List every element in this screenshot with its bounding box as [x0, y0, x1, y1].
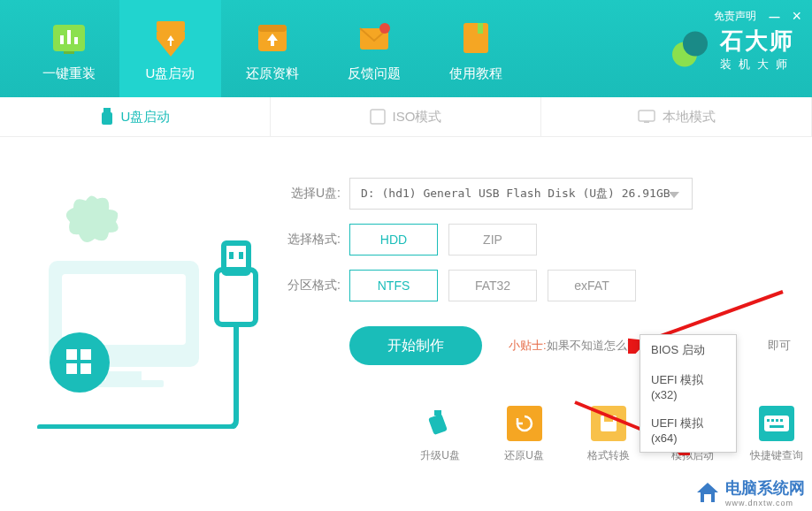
watermark-url: www.dnxtw.com — [725, 499, 805, 507]
nav-usb-boot[interactable]: U盘启动 — [119, 0, 221, 97]
svg-rect-16 — [371, 110, 385, 124]
minimize-button[interactable]: — — [769, 11, 779, 23]
format-convert-button[interactable]: 格式转换 — [579, 406, 637, 463]
svg-rect-18 — [644, 121, 649, 123]
subtab-local[interactable]: 本地模式 — [541, 97, 812, 136]
nav-label: 反馈问题 — [348, 65, 401, 82]
subtab-usb-boot[interactable]: U盘启动 — [0, 97, 271, 136]
fmt-zip-button[interactable]: ZIP — [448, 224, 537, 256]
svg-rect-25 — [80, 349, 91, 360]
popup-uefi-x64[interactable]: UEFI 模拟(x64) — [640, 408, 736, 452]
svg-rect-43 — [780, 419, 783, 422]
svg-rect-30 — [229, 252, 234, 259]
illustration — [31, 172, 261, 420]
brand-name: 石大师 — [720, 26, 794, 57]
bar-chart-icon — [48, 16, 90, 58]
nav-restore[interactable]: 还原资料 — [221, 0, 323, 97]
icon-label: 快捷键查询 — [750, 448, 803, 463]
brand-subtitle: 装机大师 — [720, 57, 794, 72]
part-exfat-button[interactable]: exFAT — [548, 270, 636, 301]
upgrade-usb-button[interactable]: 升级U盘 — [411, 406, 469, 463]
iso-icon — [370, 109, 386, 125]
svg-rect-14 — [103, 108, 111, 112]
subtabs: U盘启动 ISO模式 本地模式 — [0, 97, 812, 137]
brand: 石大师 装机大师 — [669, 26, 794, 72]
monitor-icon — [638, 110, 655, 124]
part-ntfs-button[interactable]: NTFS — [349, 270, 438, 301]
shield-icon — [149, 16, 192, 58]
svg-rect-15 — [102, 112, 112, 125]
svg-rect-3 — [74, 37, 78, 44]
form: 选择U盘: D: (hd1) General USB Flash Disk (U… — [274, 178, 812, 301]
restore-usb-button[interactable]: 还原U盘 — [495, 406, 553, 463]
svg-point-9 — [379, 23, 390, 34]
svg-rect-35 — [604, 416, 613, 422]
svg-rect-47 — [704, 494, 711, 502]
icon-label: 还原U盘 — [504, 448, 544, 463]
nav-reinstall[interactable]: 一键重装 — [18, 0, 119, 97]
svg-rect-17 — [639, 111, 655, 121]
keyboard-icon — [759, 406, 794, 441]
content: 选择U盘: D: (hd1) General USB Flash Disk (U… — [0, 137, 812, 365]
select-fmt-label: 选择格式: — [274, 232, 341, 248]
icon-label: 格式转换 — [587, 448, 630, 463]
header: 免责声明 — × 一键重装 U盘启动 还原资料 反馈问题 使用教程 — [0, 0, 812, 97]
part-fmt-label: 分区格式: — [274, 278, 341, 294]
brand-logo-icon — [669, 27, 711, 70]
boot-mode-popup: BIOS 启动 UEFI 模拟(x32) UEFI 模拟(x64) — [640, 334, 737, 453]
subtab-label: 本地模式 — [663, 109, 716, 126]
envelope-icon — [353, 16, 395, 58]
hint-text: 如果不知道怎么配置 — [547, 339, 650, 352]
nav-feedback[interactable]: 反馈问题 — [323, 0, 425, 97]
svg-rect-2 — [67, 30, 71, 44]
nav-label: 还原资料 — [246, 65, 299, 82]
book-icon — [455, 16, 497, 58]
svg-rect-10 — [463, 23, 488, 53]
svg-rect-39 — [764, 416, 789, 431]
usb-upgrade-icon — [423, 406, 458, 441]
svg-rect-1 — [60, 35, 64, 44]
watermark-text: 电脑系统网 — [725, 477, 805, 499]
disclaimer-link[interactable]: 免责声明 — [714, 9, 756, 24]
start-button[interactable]: 开始制作 — [349, 326, 482, 365]
svg-rect-26 — [66, 363, 77, 374]
hint-prefix: 小贴士: — [509, 339, 547, 352]
svg-rect-40 — [767, 419, 770, 422]
window-controls: 免责声明 — × — [714, 7, 801, 26]
svg-rect-31 — [239, 252, 243, 259]
nav-label: 使用教程 — [449, 65, 502, 82]
bottom-icons: 升级U盘 还原U盘 格式转换 模拟启动 快捷键查询 — [411, 406, 805, 463]
svg-rect-28 — [217, 270, 256, 324]
svg-rect-4 — [64, 51, 74, 54]
svg-rect-21 — [106, 371, 142, 380]
popup-uefi-x32[interactable]: UEFI 模拟(x32) — [640, 365, 736, 408]
fmt-hdd-button[interactable]: HDD — [349, 224, 438, 256]
svg-point-23 — [50, 332, 110, 393]
usb-dropdown[interactable]: D: (hd1) General USB Flash Disk (U盘) 26.… — [349, 178, 693, 210]
close-button[interactable]: × — [792, 7, 801, 26]
svg-rect-27 — [80, 363, 91, 374]
start-row: 开始制作 小贴士:如果不知道怎么配置 即可 — [349, 326, 812, 365]
icon-label: 升级U盘 — [420, 448, 460, 463]
watermark: 电脑系统网 www.dnxtw.com — [688, 474, 812, 511]
usb-icon — [100, 108, 114, 126]
svg-rect-42 — [776, 419, 778, 422]
restore-icon — [507, 406, 542, 441]
svg-rect-33 — [428, 414, 448, 435]
hint-suffix: 即可 — [768, 339, 791, 352]
part-fat32-button[interactable]: FAT32 — [448, 270, 537, 301]
shortcut-query-button[interactable]: 快捷键查询 — [747, 406, 805, 463]
nav-label: U盘启动 — [146, 65, 195, 82]
subtab-iso[interactable]: ISO模式 — [271, 97, 541, 136]
save-icon — [591, 406, 626, 441]
subtab-label: U盘启动 — [121, 109, 171, 126]
svg-point-13 — [683, 31, 708, 56]
popup-bios[interactable]: BIOS 启动 — [640, 335, 736, 365]
upload-box-icon — [251, 16, 294, 58]
svg-rect-24 — [66, 349, 77, 360]
nav-tutorial[interactable]: 使用教程 — [425, 0, 526, 97]
nav-label: 一键重装 — [42, 65, 96, 82]
select-u-label: 选择U盘: — [274, 186, 341, 202]
svg-rect-44 — [770, 425, 784, 428]
svg-rect-7 — [258, 25, 287, 32]
